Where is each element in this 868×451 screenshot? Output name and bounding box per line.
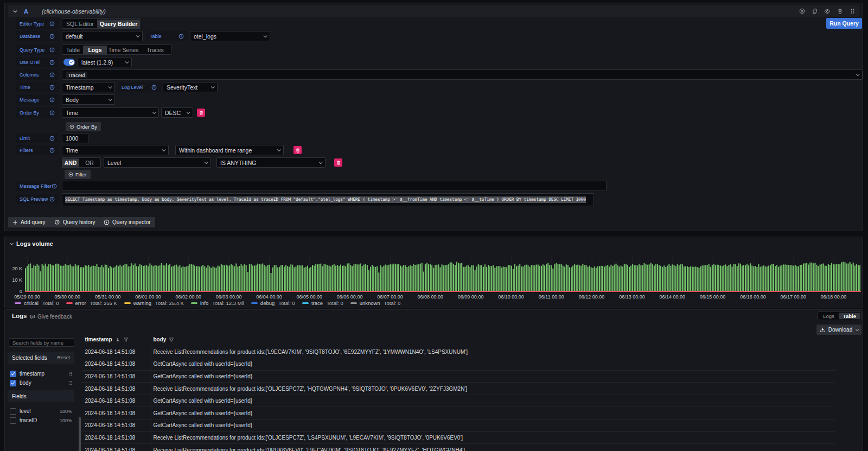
remove-query-icon[interactable]: [837, 8, 843, 14]
table-select[interactable]: otel_logs: [190, 31, 270, 41]
legend-item-debug[interactable]: debugTotal: 0: [251, 300, 295, 306]
filter-conjunction-toggle-option-or[interactable]: OR: [79, 158, 100, 167]
add-query-button[interactable]: Add query: [8, 217, 50, 227]
legend-item-error[interactable]: errorTotal: 255 K: [66, 300, 117, 306]
database-select[interactable]: default: [62, 31, 143, 41]
give-feedback-link[interactable]: Give feedback: [30, 314, 72, 320]
log-row[interactable]: 2024-06-18 14:51:08GetCartAsync called w…: [82, 370, 835, 383]
checkbox-timestamp[interactable]: [10, 371, 16, 377]
message-column-select[interactable]: Body: [62, 94, 115, 105]
database-label-info-icon[interactable]: [49, 34, 55, 39]
view-option-table[interactable]: Table: [839, 313, 860, 319]
filter-body-icon[interactable]: [169, 337, 174, 342]
legend-item-warning[interactable]: warningTotal: 25.4 K: [124, 300, 184, 306]
log-row[interactable]: 2024-06-18 14:51:08Receive ListRecommend…: [82, 382, 835, 395]
otel-version-select[interactable]: latest (1.2.9): [78, 57, 132, 67]
remove-filter-button[interactable]: [293, 146, 302, 154]
log-timestamp-cell: 2024-06-18 14:51:08: [82, 432, 151, 444]
columns-multiselect[interactable]: TraceId: [62, 69, 863, 80]
drag-field-icon[interactable]: [68, 371, 73, 376]
query-type-label-info-icon[interactable]: [49, 47, 55, 53]
use-otel-label-info-icon[interactable]: [49, 60, 55, 65]
filters-label-info-icon[interactable]: [49, 148, 55, 153]
view-option-logs[interactable]: Logs: [819, 313, 839, 319]
legend-item-unknown[interactable]: unknownTotal: 0: [350, 300, 401, 306]
log-row[interactable]: 2024-06-18 14:51:08GetCartAsync called w…: [82, 419, 835, 431]
order-by-label-info-icon[interactable]: [49, 110, 55, 116]
message-filter-input[interactable]: [62, 181, 607, 191]
columns-label-info-icon[interactable]: [49, 72, 55, 78]
limit-input[interactable]: 1000: [62, 133, 88, 143]
column-header-body[interactable]: body: [154, 336, 175, 342]
legend-item-critical[interactable]: criticalTotal: 0: [15, 300, 59, 306]
log-row[interactable]: 2024-06-18 14:51:08GetCartAsync called w…: [82, 358, 835, 370]
logs-volume-header[interactable]: Logs volume: [9, 240, 53, 247]
collapse-panel-icon[interactable]: [9, 242, 14, 246]
filter-operator-select[interactable]: Within dashboard time range: [175, 145, 284, 155]
filter-field-select[interactable]: Time: [62, 145, 169, 155]
message-label-info-icon[interactable]: [49, 97, 55, 103]
column-header-timestamp[interactable]: timestamp: [85, 336, 129, 342]
query-history-button[interactable]: Query history: [50, 217, 99, 227]
log-timestamp-cell: 2024-06-18 14:51:08: [82, 383, 151, 395]
chevron-down-icon: [211, 85, 215, 88]
query-type-toggle-option-table[interactable]: Table: [63, 46, 83, 54]
add-filter-button[interactable]: Filter: [65, 170, 91, 179]
log-row[interactable]: 2024-06-18 14:51:08Receive ListRecommend…: [82, 346, 835, 358]
filter-conjunction-toggle-option-and[interactable]: AND: [62, 158, 79, 167]
sidebar-scrollbar-thumb[interactable]: [79, 417, 81, 451]
legend-item-trace[interactable]: traceTotal: 0: [302, 300, 343, 306]
drag-field-icon[interactable]: [68, 380, 73, 385]
time-label-info-icon[interactable]: [49, 85, 55, 90]
editor-type-toggle-option-sql-editor[interactable]: SQL Editor: [63, 20, 97, 28]
drag-query-icon[interactable]: [850, 8, 856, 14]
column-chip[interactable]: TraceId: [66, 72, 87, 78]
run-query-button[interactable]: Run Query: [826, 18, 862, 29]
order-by-direction-select[interactable]: DESC: [161, 107, 193, 118]
log-row[interactable]: 2024-06-18 14:51:08Receive ListRecommend…: [82, 443, 835, 451]
collapse-query-icon[interactable]: [12, 9, 18, 14]
log-body-cell: GetCartAsync called with userId={userId}: [151, 407, 835, 419]
checkbox-level[interactable]: [10, 408, 16, 415]
log-row[interactable]: 2024-06-18 14:51:08GetCartAsync called w…: [82, 395, 835, 407]
remove-order-by-button[interactable]: [197, 109, 205, 117]
message-filter-label-info-icon[interactable]: [52, 183, 57, 189]
query-type-toggle-option-logs[interactable]: Logs: [83, 46, 107, 54]
editor-type-label-info-icon[interactable]: [49, 21, 55, 27]
hide-response-icon[interactable]: [824, 8, 831, 15]
editor-type-toggle-option-query-builder[interactable]: Query Builder: [97, 20, 140, 28]
sql-preview-box[interactable]: SELECT Timestamp as timestamp, Body as b…: [62, 193, 594, 206]
add-order-by-button[interactable]: Order By: [66, 122, 101, 131]
duplicate-query-icon[interactable]: [812, 8, 818, 14]
query-type-toggle-option-time-series[interactable]: Time Series: [107, 46, 140, 54]
log-row[interactable]: 2024-06-18 14:51:08Receive ListRecommend…: [82, 431, 835, 444]
time-column-select[interactable]: Timestamp: [62, 82, 115, 92]
log-body-cell: Receive ListRecommendations for product …: [151, 346, 835, 358]
legend-item-info[interactable]: infoTotal: 12.3 Mil: [191, 300, 244, 306]
download-button[interactable]: Download: [816, 325, 861, 335]
order-by-field-select[interactable]: Time: [62, 107, 159, 118]
log-row[interactable]: 2024-06-18 14:51:08GetCartAsync called w…: [82, 406, 835, 419]
filter-timestamp-icon[interactable]: [123, 337, 129, 342]
query-inspector-button[interactable]: Query inspector: [99, 217, 155, 227]
query-type-toggle-option-traces[interactable]: Traces: [140, 46, 170, 54]
remove-filter2-button[interactable]: [334, 158, 342, 167]
checkbox-body[interactable]: [10, 380, 16, 386]
filter2-field-select[interactable]: Level: [104, 157, 211, 168]
log-level-select[interactable]: SeverityText: [163, 82, 218, 92]
filter2-operator-select[interactable]: IS ANYTHING: [216, 157, 326, 168]
table-label-info-icon[interactable]: [178, 34, 184, 39]
log-level-label-info-icon[interactable]: [151, 85, 157, 90]
sql-preview-label-info-icon[interactable]: [49, 196, 55, 202]
legend-total: Total: 0: [278, 300, 295, 306]
search-fields-input[interactable]: Search fields by name: [9, 338, 74, 347]
record-query-icon[interactable]: [799, 8, 805, 14]
limit-label-info-icon[interactable]: [49, 136, 55, 141]
use-otel-switch[interactable]: [63, 59, 75, 66]
use-otel-label-text: Use OTel: [20, 60, 40, 65]
checkbox-traceID[interactable]: [10, 417, 16, 424]
query-row-header[interactable]: A (clickhouse-observability): [8, 5, 859, 17]
reset-fields-button[interactable]: Reset: [57, 355, 70, 360]
sort-desc-icon[interactable]: [115, 337, 120, 342]
log-body-cell: Receive ListRecommendations for product …: [151, 444, 835, 451]
